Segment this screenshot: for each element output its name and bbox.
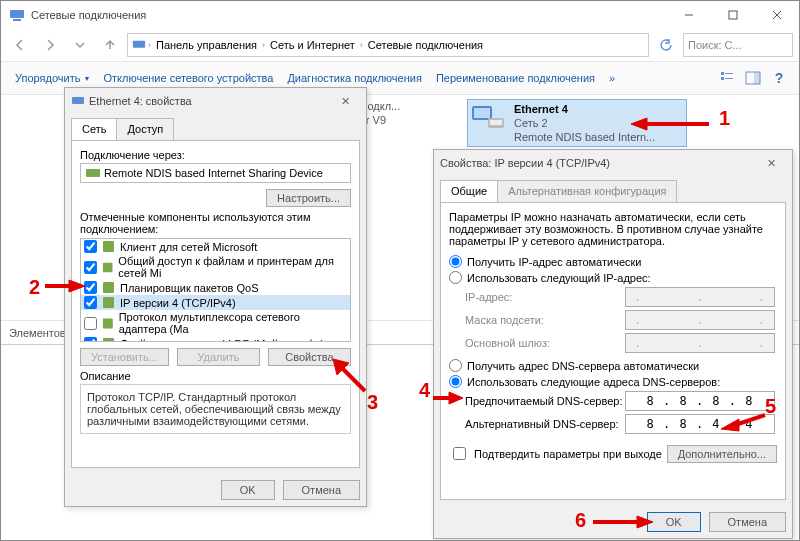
ok-button[interactable]: OK (221, 480, 275, 500)
close-button[interactable] (755, 1, 799, 29)
network-icon (132, 38, 146, 52)
tab-general[interactable]: Общие (440, 180, 498, 202)
component-checkbox[interactable] (84, 337, 97, 342)
configure-button[interactable]: Настроить... (266, 189, 351, 207)
close-button[interactable]: ✕ (756, 152, 786, 174)
refresh-button[interactable] (653, 32, 679, 58)
annotation-arrow-2 (45, 279, 85, 295)
component-checkbox[interactable] (84, 240, 97, 253)
svg-marker-40 (449, 392, 463, 404)
components-list[interactable]: Клиент для сетей MicrosoftОбщий доступ к… (80, 238, 351, 342)
ip-auto-radio-input[interactable] (449, 255, 462, 268)
preferred-dns-field[interactable]: 8 . 8 . 8 . 8 (625, 391, 775, 411)
view-options[interactable] (715, 66, 739, 90)
breadcrumb[interactable]: › Панель управления › Сеть и Интернет › … (127, 33, 649, 57)
crumb-control-panel[interactable]: Панель управления (153, 39, 260, 51)
gateway-label: Основной шлюз: (465, 337, 625, 349)
svg-rect-10 (725, 78, 733, 79)
help-button[interactable]: ? (767, 66, 791, 90)
dns-auto-label: Получить адрес DNS-сервера автоматически (467, 360, 699, 372)
annotation-arrow-4 (433, 391, 463, 407)
advanced-button[interactable]: Дополнительно... (667, 445, 777, 463)
dns-manual-radio[interactable]: Использовать следующие адреса DNS-сервер… (449, 375, 777, 388)
forward-button[interactable] (37, 32, 63, 58)
diagnose-connection[interactable]: Диагностика подключения (281, 69, 427, 87)
component-row[interactable]: IP версии 4 (TCP/IPv4) (81, 295, 350, 310)
tab-sharing[interactable]: Доступ (116, 118, 174, 140)
dns-manual-label: Использовать следующие адреса DNS-сервер… (467, 376, 720, 388)
description-text: Протокол TCP/IP. Стандартный протокол гл… (80, 384, 351, 434)
description-heading: Описание (80, 370, 351, 382)
adapter-properties-dialog: Ethernet 4: свойства ✕ Сеть Доступ Подкл… (64, 87, 367, 507)
search-input[interactable]: Поиск: С... (683, 33, 793, 57)
protocol-icon (102, 317, 114, 330)
preview-pane[interactable] (741, 66, 765, 90)
item-count-label: Элементов: (9, 327, 69, 339)
ip-manual-radio-input[interactable] (449, 271, 462, 284)
svg-rect-0 (10, 10, 24, 18)
component-row[interactable]: Протокол мультиплексора сетевого адаптер… (81, 310, 350, 336)
dialog-title: Ethernet 4: свойства (89, 95, 192, 107)
component-row[interactable]: Планировщик пакетов QoS (81, 280, 350, 295)
svg-rect-26 (103, 241, 114, 252)
ip-auto-radio[interactable]: Получить IP-адрес автоматически (449, 255, 777, 268)
annotation-arrow-5 (721, 413, 767, 433)
tab-network[interactable]: Сеть (71, 118, 117, 140)
tab-alternate[interactable]: Альтернативная конфигурация (497, 180, 677, 202)
component-checkbox[interactable] (84, 317, 97, 330)
annotation-arrow-6 (593, 515, 653, 531)
annotation-1: 1 (719, 107, 730, 130)
svg-marker-42 (721, 419, 739, 431)
uninstall-button[interactable]: Удалить (177, 348, 260, 366)
gateway-field: ... (625, 333, 775, 353)
crumb-network-connections[interactable]: Сетевые подключения (365, 39, 486, 51)
adapter-icon (470, 102, 506, 130)
ok-button[interactable]: OK (647, 512, 701, 532)
recent-dropdown[interactable] (67, 32, 93, 58)
component-label: IP версии 4 (TCP/IPv4) (120, 297, 236, 309)
close-button[interactable]: ✕ (330, 90, 360, 112)
component-checkbox[interactable] (84, 296, 97, 309)
back-button[interactable] (7, 32, 33, 58)
window-title: Сетевые подключения (31, 9, 146, 21)
nic-icon (86, 167, 100, 179)
ip-manual-radio[interactable]: Использовать следующий IP-адрес: (449, 271, 777, 284)
ipv4-properties-dialog: Свойства: IP версии 4 (TCP/IPv4) ✕ Общие… (433, 149, 793, 539)
component-row[interactable]: Драйвер протокола LLDP (Майкрософт) (81, 336, 350, 342)
adapter-icon (71, 94, 85, 108)
component-label: Планировщик пакетов QoS (120, 282, 259, 294)
cancel-button[interactable]: Отмена (283, 480, 360, 500)
component-row[interactable]: Клиент для сетей Microsoft (81, 239, 350, 254)
annotation-6: 6 (575, 509, 586, 532)
organize-menu[interactable]: Упорядочить (9, 69, 95, 87)
dns-auto-radio[interactable]: Получить адрес DNS-сервера автоматически (449, 359, 777, 372)
rename-connection[interactable]: Переименование подключения (430, 69, 601, 87)
validate-on-exit-checkbox[interactable]: Подтвердить параметры при выходе (449, 444, 662, 463)
svg-rect-25 (86, 169, 100, 177)
maximize-button[interactable] (711, 1, 755, 29)
device-name-field: Remote NDIS based Internet Sharing Devic… (80, 163, 351, 183)
cancel-button[interactable]: Отмена (709, 512, 786, 532)
svg-line-37 (341, 367, 365, 391)
component-checkbox[interactable] (84, 261, 97, 274)
annotation-4: 4 (419, 379, 430, 402)
address-bar-row: › Панель управления › Сеть и Интернет › … (1, 29, 799, 61)
minimize-button[interactable] (667, 1, 711, 29)
disable-device[interactable]: Отключение сетевого устройства (97, 69, 279, 87)
crumb-network-internet[interactable]: Сеть и Интернет (267, 39, 358, 51)
dialog-titlebar: Ethernet 4: свойства ✕ (65, 88, 366, 114)
up-button[interactable] (97, 32, 123, 58)
titlebar: Сетевые подключения (1, 1, 799, 29)
install-button[interactable]: Установить... (80, 348, 169, 366)
validate-checkbox-input[interactable] (453, 447, 466, 460)
toolbar-overflow[interactable]: » (603, 69, 621, 87)
dns-manual-radio-input[interactable] (449, 375, 462, 388)
preferred-dns-label: Предпочитаемый DNS-сервер: (465, 395, 625, 407)
component-checkbox[interactable] (84, 281, 97, 294)
svg-rect-6 (133, 41, 145, 48)
svg-rect-16 (490, 120, 502, 125)
component-row[interactable]: Общий доступ к файлам и принтерам для се… (81, 254, 350, 280)
search-placeholder: Поиск: С... (688, 39, 742, 51)
svg-marker-34 (631, 118, 647, 130)
dns-auto-radio-input[interactable] (449, 359, 462, 372)
